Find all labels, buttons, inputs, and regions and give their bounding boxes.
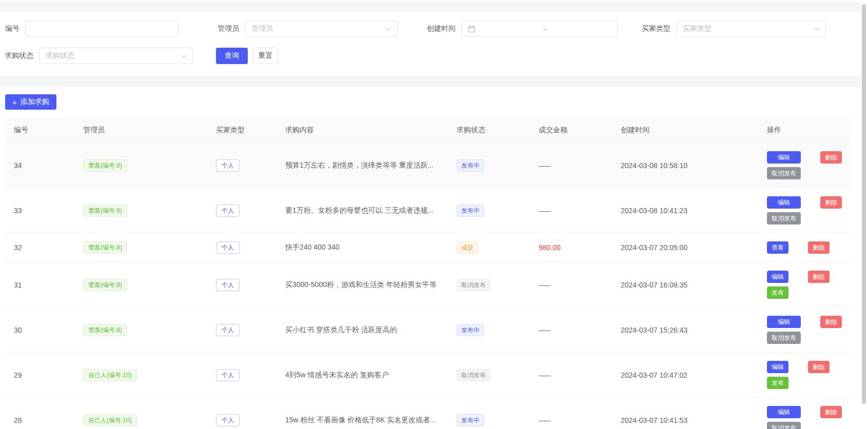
admin-tag: 自己人(编号:10) xyxy=(83,414,137,426)
unpublish-button[interactable]: 取消发布 xyxy=(767,167,801,179)
buyer-type-tag: 个人 xyxy=(216,279,240,291)
edit-button[interactable]: 编辑 xyxy=(767,406,801,418)
table-row: 31爱慕(编号:8)个人买3000-5000粉，游戏和生活类 年轻粉男女平等取消… xyxy=(5,262,851,308)
filter-item-buyer: 买家类型 买家类型 xyxy=(642,21,826,37)
row-actions: 查看删除 xyxy=(767,241,846,254)
row-actions: 编辑删除取消发布 xyxy=(767,151,846,179)
content-text: 要1万粉。女粉多的母婴也可以 三无或者违规... xyxy=(285,206,433,214)
publish-button[interactable]: 发布 xyxy=(767,377,788,389)
content-text: 买3000-5000粉，游戏和生活类 年轻粉男女平等 xyxy=(285,280,437,289)
table-row: 28自己人(编号:10)个人15w 粉丝 不看画像 价格低于8K 实名更改或者.… xyxy=(5,398,851,429)
row-id: 31 xyxy=(14,281,22,289)
page: 编号 管理员 管理员 创建时间 – 买家类 xyxy=(0,0,868,429)
table-row: 30爱慕(编号:8)个人买小红书 穿搭类几千粉 活跃度高的发布中–––2024-… xyxy=(5,308,851,353)
table-body: 34爱慕(编号:8)个人预算1万左右，剧情类，演绎类等等 重度活跃...发布中–… xyxy=(5,143,851,429)
edit-button[interactable]: 编辑 xyxy=(767,361,788,373)
content-text: 4到5w 情感号未实名的 复购客户 xyxy=(285,371,388,379)
column-header-actions: 操作 xyxy=(762,118,851,143)
buyer-type-tag: 个人 xyxy=(216,159,240,172)
delete-button[interactable]: 删除 xyxy=(808,271,830,283)
filter-item-admin: 管理员 管理员 xyxy=(218,21,398,37)
status-tag: 发布中 xyxy=(457,205,484,217)
admin-tag: 爱慕(编号:8) xyxy=(83,279,127,291)
status-select-placeholder: 求购状态 xyxy=(46,51,74,60)
row-id: 29 xyxy=(14,371,22,379)
buyer-type-tag: 个人 xyxy=(216,324,240,336)
status-tag: 取消发布 xyxy=(457,369,490,381)
amount-text: ––– xyxy=(539,281,550,289)
delete-button[interactable]: 删除 xyxy=(820,316,842,328)
calendar-icon xyxy=(468,25,476,33)
delete-button[interactable]: 删除 xyxy=(820,151,842,164)
amount-text: ––– xyxy=(539,416,550,424)
scrollbar-thumb[interactable] xyxy=(862,4,866,404)
add-purchase-button[interactable]: + 添加求购 xyxy=(5,94,56,110)
content-text: 快手240 400 340 xyxy=(285,243,340,251)
filter-label-admin: 管理员 xyxy=(218,24,239,33)
admin-tag: 自己人(编号:10) xyxy=(83,369,137,381)
column-header-content: 求购内容 xyxy=(280,118,451,143)
created-time: 2024-03-07 16:08:35 xyxy=(621,281,687,289)
created-time: 2024-03-07 15:26:43 xyxy=(621,326,687,334)
chevron-down-icon xyxy=(385,25,391,31)
daterange-separator: – xyxy=(543,25,547,33)
admin-tag: 爱慕(编号:8) xyxy=(83,205,127,217)
row-id: 34 xyxy=(14,161,22,170)
buyer-type-tag: 个人 xyxy=(216,369,240,381)
separator-band xyxy=(0,76,861,87)
status-tag: 成交 xyxy=(457,241,478,254)
publish-button[interactable]: 发布 xyxy=(767,287,788,299)
status-tag: 发布中 xyxy=(457,414,484,426)
delete-button[interactable]: 删除 xyxy=(808,241,830,254)
row-id: 32 xyxy=(14,243,22,252)
edit-button[interactable]: 编辑 xyxy=(767,196,801,209)
query-button[interactable]: 查询 xyxy=(216,48,248,64)
row-id: 33 xyxy=(14,207,22,215)
table-header-row: 编号 管理员 买家类型 求购内容 求购状态 成交金额 创建时间 操作 xyxy=(5,118,851,143)
amount-text: ––– xyxy=(539,207,550,215)
status-tag: 发布中 xyxy=(457,159,484,172)
row-actions: 编辑删除取消发布 xyxy=(767,406,846,429)
buyer-type-select[interactable]: 买家类型 xyxy=(676,21,826,37)
delete-button[interactable]: 删除 xyxy=(808,361,830,373)
amount-text: ––– xyxy=(539,371,550,379)
buyer-type-tag: 个人 xyxy=(216,241,240,254)
status-tag: 取消发布 xyxy=(457,279,490,291)
reset-button[interactable]: 重置 xyxy=(253,48,278,64)
delete-button[interactable]: 删除 xyxy=(820,196,842,209)
admin-tag: 爱慕(编号:8) xyxy=(83,241,127,254)
plus-icon: + xyxy=(12,98,17,106)
column-header-amount: 成交金额 xyxy=(534,118,616,143)
unpublish-button[interactable]: 取消发布 xyxy=(767,212,801,224)
column-header-status: 求购状态 xyxy=(451,118,534,143)
table-row: 33爱慕(编号:8)个人要1万粉。女粉多的母婴也可以 三无或者违规...发布中–… xyxy=(5,188,851,233)
created-time: 2024-03-08 10:41:23 xyxy=(621,207,687,215)
amount-text: 980.00 xyxy=(539,243,561,252)
content-text: 预算1万左右，剧情类，演绎类等等 重度活跃... xyxy=(285,161,433,169)
admin-select[interactable]: 管理员 xyxy=(245,21,398,37)
unpublish-button[interactable]: 取消发布 xyxy=(767,332,801,344)
row-actions: 编辑删除取消发布 xyxy=(767,316,846,344)
view-button[interactable]: 查看 xyxy=(767,241,788,254)
id-input[interactable] xyxy=(26,21,179,36)
buyer-type-tag: 个人 xyxy=(216,414,240,426)
edit-button[interactable]: 编辑 xyxy=(767,316,801,328)
delete-button[interactable]: 删除 xyxy=(820,406,842,418)
content-text: 买小红书 穿搭类几千粉 活跃度高的 xyxy=(285,325,397,334)
status-select[interactable]: 求购状态 xyxy=(39,48,193,64)
unpublish-button[interactable]: 取消发布 xyxy=(767,422,801,429)
filter-item-created: 创建时间 – xyxy=(427,21,618,37)
edit-button[interactable]: 编辑 xyxy=(767,271,788,283)
column-header-admin: 管理员 xyxy=(78,118,211,143)
edit-button[interactable]: 编辑 xyxy=(767,151,801,164)
add-purchase-label: 添加求购 xyxy=(21,97,49,107)
column-header-created: 创建时间 xyxy=(616,118,762,143)
created-time: 2024-03-07 20:05:00 xyxy=(621,243,687,252)
created-daterange-input[interactable]: – xyxy=(461,21,618,37)
filter-label-status: 求购状态 xyxy=(5,51,33,60)
purchase-table: 编号 管理员 买家类型 求购内容 求购状态 成交金额 创建时间 操作 34爱慕(… xyxy=(5,118,851,429)
row-actions: 编辑删除发布 xyxy=(767,271,846,299)
admin-select-placeholder: 管理员 xyxy=(251,24,273,33)
row-actions: 编辑删除发布 xyxy=(767,361,846,389)
separator-band xyxy=(0,2,861,11)
